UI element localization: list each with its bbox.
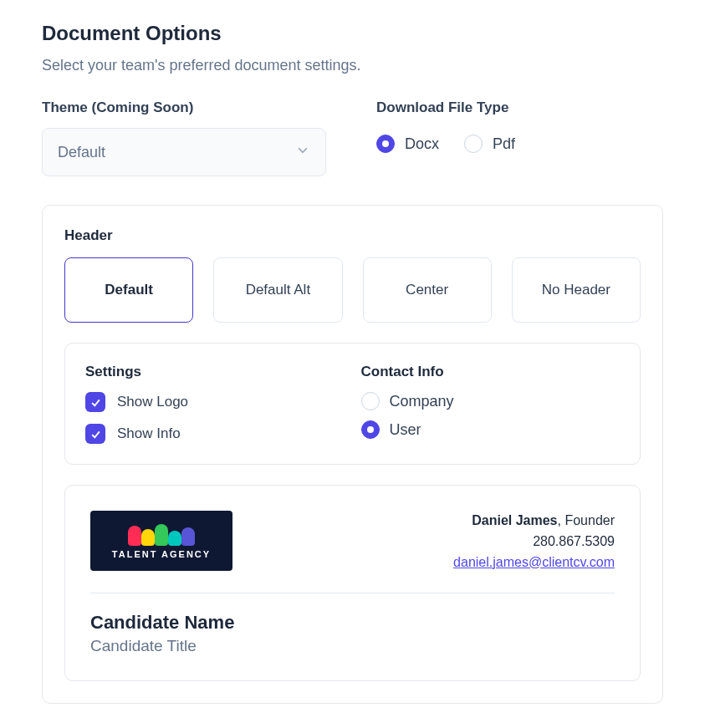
contact-info-title: Contact Info (361, 364, 621, 380)
contact-info-radiogroup: Company User (361, 392, 621, 439)
company-logo: TALENT AGENCY (90, 511, 232, 571)
logo-art-icon (128, 522, 195, 546)
contact-email-link[interactable]: daniel.james@clientcv.com (453, 555, 615, 569)
download-type-docx[interactable]: Docx (376, 135, 439, 153)
header-tab-default-alt[interactable]: Default Alt (213, 257, 342, 323)
contact-role: Founder (565, 513, 615, 527)
radio-icon (361, 420, 380, 439)
candidate-name: Candidate Name (90, 612, 615, 634)
download-type-label: Download File Type (376, 99, 515, 116)
header-tab-default[interactable]: Default (64, 257, 193, 323)
theme-select[interactable]: Default (42, 128, 326, 176)
candidate-block: Candidate Name Candidate Title (90, 593, 615, 655)
contact-phone: 280.867.5309 (453, 532, 615, 552)
contact-block: Daniel James, Founder 280.867.5309 danie… (453, 511, 615, 573)
preview-top-row: TALENT AGENCY Daniel James, Founder 280.… (90, 511, 615, 593)
header-settings-card: Settings Show Logo Show Info Contact Inf… (64, 343, 641, 465)
radio-icon (361, 392, 380, 410)
download-type-radiogroup: Docx Pdf (376, 135, 515, 153)
header-tabs: Default Default Alt Center No Header (64, 257, 641, 323)
header-preview: TALENT AGENCY Daniel James, Founder 280.… (64, 485, 641, 681)
check-icon (89, 428, 102, 440)
logo-text: TALENT AGENCY (112, 549, 211, 559)
show-logo-row: Show Logo (85, 392, 345, 412)
radio-icon (376, 135, 395, 153)
candidate-title: Candidate Title (90, 637, 615, 655)
contact-info-column: Contact Info Company User (361, 364, 621, 444)
page-title: Document Options (42, 22, 663, 45)
settings-title: Settings (85, 364, 345, 380)
theme-selected-value: Default (58, 144, 105, 161)
chevron-down-icon (295, 143, 310, 161)
header-card: Header Default Default Alt Center No Hea… (42, 205, 663, 704)
contact-info-company-label: Company (390, 393, 454, 410)
settings-column: Settings Show Logo Show Info (85, 364, 345, 444)
page-subtitle: Select your team's preferred document se… (42, 57, 663, 74)
show-logo-label: Show Logo (117, 394, 188, 410)
contact-info-user-label: User (390, 421, 421, 439)
contact-name-line: Daniel James, Founder (453, 511, 615, 532)
download-type-pdf-label: Pdf (493, 135, 515, 153)
check-icon (89, 396, 102, 409)
show-info-checkbox[interactable] (85, 424, 105, 444)
download-type-pdf[interactable]: Pdf (464, 135, 515, 153)
header-section-title: Header (64, 227, 641, 244)
theme-label: Theme (Coming Soon) (42, 99, 326, 116)
radio-icon (464, 135, 483, 153)
download-type-docx-label: Docx (405, 135, 439, 153)
contact-name: Daniel James (472, 513, 557, 527)
contact-info-company[interactable]: Company (361, 392, 621, 410)
contact-info-user[interactable]: User (361, 420, 621, 439)
header-tab-no-header[interactable]: No Header (512, 257, 641, 323)
header-tab-center[interactable]: Center (363, 257, 492, 323)
show-logo-checkbox[interactable] (85, 392, 105, 412)
show-info-row: Show Info (85, 424, 345, 444)
show-info-label: Show Info (117, 425, 181, 442)
